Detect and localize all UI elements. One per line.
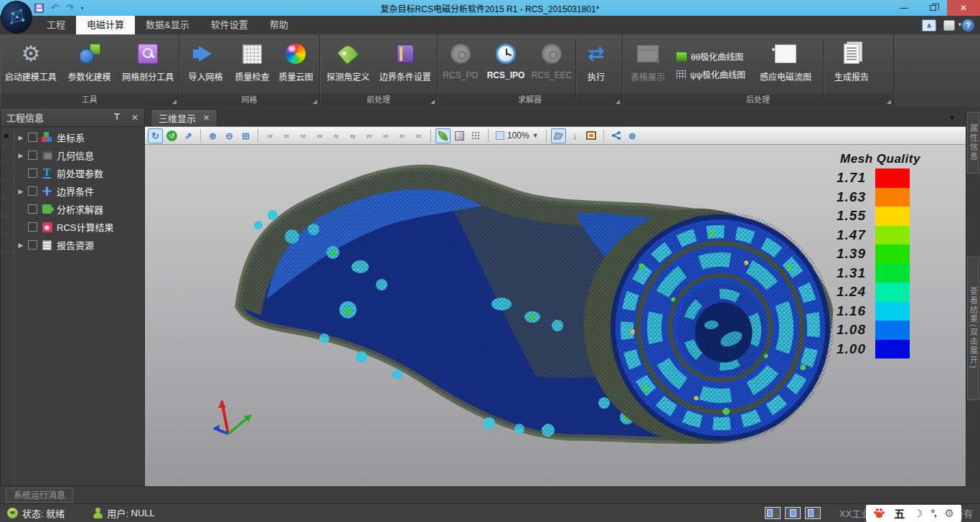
induced-current-map-button[interactable]: 感应电磁流图 xyxy=(750,37,821,93)
tab-help[interactable]: 帮助 xyxy=(259,16,299,34)
parametric-modeling-button[interactable]: 参数化建模 xyxy=(60,37,119,93)
checkbox[interactable] xyxy=(28,240,37,250)
refresh-view-button[interactable]: ↺ xyxy=(164,128,179,143)
tab-project[interactable]: 工程 xyxy=(36,16,76,34)
close-button[interactable]: ✕ xyxy=(947,0,980,16)
wireframe-view-button[interactable] xyxy=(452,128,467,143)
tree-item-boundary-conditions[interactable]: ▶ 边界条件 xyxy=(14,182,144,200)
3d-viewport[interactable]: Mesh Quality 1.71 1.63 1.55 1.47 1.39 1.… xyxy=(145,145,966,486)
quality-cloud-button[interactable]: 质量云图 xyxy=(274,37,318,93)
checkbox[interactable] xyxy=(28,222,37,232)
ribbon-collapse-icon[interactable]: ∧ xyxy=(922,19,936,32)
view-preset-button[interactable]: zv xyxy=(396,133,408,138)
view-preset-button[interactable]: zx xyxy=(363,133,375,138)
tab-settings[interactable]: 软件设置 xyxy=(200,16,259,34)
mesh-partition-tool-button[interactable]: 网格剖分工具 xyxy=(118,37,177,93)
ime-punct-icon[interactable]: °, xyxy=(931,508,936,518)
boundary-settings-button[interactable]: 边界条件设置 xyxy=(375,37,435,93)
tree-item-rcs-results[interactable]: ◉ RCS计算结果 xyxy=(14,218,144,236)
pin-icon[interactable] xyxy=(113,113,121,122)
dialog-launcher-icon[interactable] xyxy=(172,100,176,104)
tree-item-preprocess-params[interactable]: T 前处理参数 xyxy=(14,164,144,182)
layout-right-button[interactable] xyxy=(805,507,821,519)
ime-toolbar[interactable]: 五 ☽ °, ⚙ xyxy=(866,505,961,522)
view-preset-button[interactable]: zy xyxy=(347,133,359,138)
flow-share-button[interactable] xyxy=(608,128,623,143)
quality-check-button[interactable]: 质量检查 xyxy=(230,37,274,93)
opacity-select[interactable]: 100% ▼ xyxy=(493,130,542,141)
launch-modeling-tool-button[interactable]: ⚙ 启动建模工具 xyxy=(1,37,60,93)
zoom-in-button[interactable]: ⊕ xyxy=(205,128,220,143)
app-logo[interactable] xyxy=(1,1,32,34)
layout-left-button[interactable] xyxy=(765,507,781,519)
tab-close-icon[interactable]: ✕ xyxy=(203,113,209,123)
minimize-button[interactable]: — xyxy=(890,0,918,16)
psi-polarization-curve-button[interactable]: ψψ极化曲线图 xyxy=(676,68,745,80)
side-tab-properties[interactable]: 属性信息 xyxy=(967,112,979,174)
zoom-fit-button[interactable]: ⊞ xyxy=(238,128,253,143)
puzzle-icon xyxy=(42,204,52,214)
group-label-preprocess: 前处理 xyxy=(320,94,437,106)
report-pages-icon xyxy=(844,44,859,64)
side-tab-view-results[interactable]: 查看结果(双击展开) xyxy=(967,257,979,400)
document-tab-bar: 三维显示 ✕ ▼ xyxy=(145,108,966,126)
application-window: ↶ ↷ ▾ 复杂目标RCS电磁分析软件2015 R1 - RCS_2015031… xyxy=(0,0,980,522)
view-preset-button[interactable]: zy xyxy=(330,133,342,138)
view-preset-button[interactable]: zx xyxy=(281,133,293,138)
restore-button[interactable] xyxy=(918,0,947,16)
import-mesh-button[interactable]: 导入网格 xyxy=(181,37,230,93)
ime-fullhalf-icon[interactable]: ☽ xyxy=(913,508,923,519)
generate-report-button[interactable]: 生成报告 xyxy=(825,37,878,93)
expander-icon[interactable]: ▶ xyxy=(17,152,24,159)
dialog-launcher-icon[interactable] xyxy=(430,100,435,104)
layout-center-button[interactable] xyxy=(785,507,801,519)
checkbox[interactable] xyxy=(28,133,37,142)
tab-data-display[interactable]: 数据&显示 xyxy=(135,16,200,34)
checkbox[interactable] xyxy=(28,204,37,214)
tree-item-analysis-solver[interactable]: 分析求解器 xyxy=(14,200,144,218)
zoom-out-button[interactable]: ⊖ xyxy=(222,128,237,143)
checkbox[interactable] xyxy=(28,169,37,178)
panel-close-icon[interactable]: ✕ xyxy=(131,113,138,123)
expander-icon[interactable]: ▶ xyxy=(17,134,24,141)
wrench-icon xyxy=(138,44,158,64)
drop-down-view-button[interactable]: ↓ xyxy=(567,128,583,143)
tree-item-coordinate-system[interactable]: ▶ 坐标系 xyxy=(14,128,144,146)
dialog-launcher-icon[interactable] xyxy=(313,100,317,104)
layers-button[interactable] xyxy=(584,128,599,143)
tree-item-geometry-info[interactable]: ▶ 几何信息 xyxy=(14,146,144,164)
ime-settings-icon[interactable]: ⚙ xyxy=(945,507,954,520)
system-message-tab[interactable]: 系统运行消息 xyxy=(6,488,73,503)
tab-3d-display[interactable]: 三维显示 ✕ xyxy=(151,109,217,126)
table-display-button: 表格展示 xyxy=(624,37,672,93)
theta-polarization-curve-button[interactable]: θθ极化曲线图 xyxy=(676,50,745,62)
expander-icon[interactable]: ▶ xyxy=(17,242,24,249)
probe-angle-button[interactable]: 探测角定义 xyxy=(321,37,375,93)
expander-icon[interactable]: ▶ xyxy=(17,188,24,195)
execute-button[interactable]: ⇄ 执行 xyxy=(578,37,615,93)
view-preset-button[interactable]: xz xyxy=(297,133,309,138)
dialog-launcher-icon[interactable] xyxy=(616,100,620,104)
pan-arrow-button[interactable]: ⇗ xyxy=(181,128,196,143)
checkbox[interactable] xyxy=(28,186,37,196)
points-view-button[interactable] xyxy=(468,128,484,143)
tab-em-compute[interactable]: 电磁计算 xyxy=(76,16,135,34)
ime-brand-icon[interactable] xyxy=(873,508,885,518)
view-preset-button[interactable]: xz xyxy=(264,133,276,138)
view-preset-button[interactable]: vx xyxy=(380,133,392,138)
tab-list-dropdown-icon[interactable]: ▼ xyxy=(948,114,956,122)
shaded-square-icon xyxy=(455,131,464,141)
rcs-ipo-button[interactable]: RCS_IPO xyxy=(482,37,529,93)
style-selector-icon[interactable] xyxy=(943,20,955,31)
close-view-button[interactable]: ⊗ xyxy=(625,128,640,143)
view-preset-button[interactable]: zx xyxy=(413,133,425,138)
clip-plane-button[interactable] xyxy=(551,128,566,143)
view-preset-button[interactable]: zx xyxy=(314,133,326,138)
tree-item-report-resources[interactable]: ▶ 报告资源 xyxy=(14,236,144,254)
ime-mode-label[interactable]: 五 xyxy=(894,506,905,521)
help-icon[interactable]: ? xyxy=(962,19,974,32)
orbit-rotate-button[interactable]: ↻ xyxy=(148,128,163,143)
shaded-view-button[interactable] xyxy=(435,128,451,143)
dialog-launcher-icon[interactable] xyxy=(887,100,891,104)
checkbox[interactable] xyxy=(28,151,37,160)
